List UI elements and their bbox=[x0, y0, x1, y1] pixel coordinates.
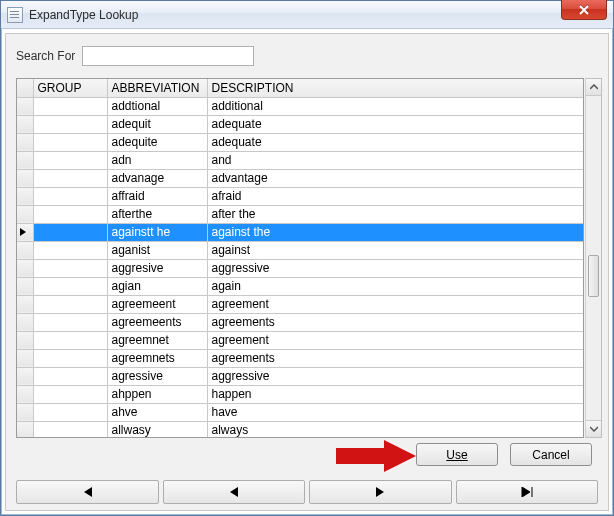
cell-group[interactable] bbox=[33, 97, 107, 115]
row-header[interactable] bbox=[17, 313, 33, 331]
cell-group[interactable] bbox=[33, 241, 107, 259]
row-header[interactable] bbox=[17, 241, 33, 259]
table-row[interactable]: agreemeentsagreements bbox=[17, 313, 583, 331]
cell-desc[interactable]: aggressive bbox=[207, 259, 583, 277]
cell-abbr[interactable]: adequite bbox=[107, 133, 207, 151]
row-header[interactable] bbox=[17, 331, 33, 349]
cell-group[interactable] bbox=[33, 169, 107, 187]
row-header[interactable] bbox=[17, 133, 33, 151]
row-header[interactable] bbox=[17, 97, 33, 115]
cell-abbr[interactable]: aganist bbox=[107, 241, 207, 259]
col-header-abbr[interactable]: ABBREVIATION bbox=[107, 79, 207, 97]
table-row[interactable]: aganistagainst bbox=[17, 241, 583, 259]
cell-desc[interactable]: always bbox=[207, 421, 583, 438]
row-header[interactable] bbox=[17, 223, 33, 241]
cell-abbr[interactable]: ahve bbox=[107, 403, 207, 421]
cell-abbr[interactable]: agressive bbox=[107, 367, 207, 385]
cell-group[interactable] bbox=[33, 295, 107, 313]
table-row[interactable]: adnand bbox=[17, 151, 583, 169]
cell-desc[interactable]: agreement bbox=[207, 295, 583, 313]
cell-desc[interactable]: after the bbox=[207, 205, 583, 223]
table-row[interactable]: agressiveaggressive bbox=[17, 367, 583, 385]
cancel-button[interactable]: Cancel bbox=[510, 443, 592, 466]
nav-prev-button[interactable] bbox=[163, 480, 306, 504]
table-row[interactable]: allwasyalways bbox=[17, 421, 583, 438]
table-row[interactable]: adequiteadequate bbox=[17, 133, 583, 151]
table-row[interactable]: agreemnetagreement bbox=[17, 331, 583, 349]
row-header[interactable] bbox=[17, 385, 33, 403]
cell-abbr[interactable]: aggresive bbox=[107, 259, 207, 277]
table-row[interactable]: agreemeentagreement bbox=[17, 295, 583, 313]
col-header-group[interactable]: GROUP bbox=[33, 79, 107, 97]
cell-desc[interactable]: against bbox=[207, 241, 583, 259]
table-row[interactable]: agianagain bbox=[17, 277, 583, 295]
cell-group[interactable] bbox=[33, 385, 107, 403]
cell-desc[interactable]: aggressive bbox=[207, 367, 583, 385]
nav-first-button[interactable] bbox=[16, 480, 159, 504]
cell-abbr[interactable]: againstt he bbox=[107, 223, 207, 241]
cell-desc[interactable]: against the bbox=[207, 223, 583, 241]
row-header[interactable] bbox=[17, 169, 33, 187]
nav-next-button[interactable] bbox=[309, 480, 452, 504]
search-input[interactable] bbox=[82, 46, 254, 66]
row-header[interactable] bbox=[17, 421, 33, 438]
cell-abbr[interactable]: addtional bbox=[107, 97, 207, 115]
cell-abbr[interactable]: advanage bbox=[107, 169, 207, 187]
cell-abbr[interactable]: agian bbox=[107, 277, 207, 295]
cell-group[interactable] bbox=[33, 205, 107, 223]
table-row[interactable]: ahvehave bbox=[17, 403, 583, 421]
row-header[interactable] bbox=[17, 367, 33, 385]
cell-desc[interactable]: have bbox=[207, 403, 583, 421]
cell-abbr[interactable]: affraid bbox=[107, 187, 207, 205]
cell-group[interactable] bbox=[33, 151, 107, 169]
scroll-down-button[interactable] bbox=[586, 420, 601, 437]
cell-desc[interactable]: adequate bbox=[207, 133, 583, 151]
cell-abbr[interactable]: agreemnets bbox=[107, 349, 207, 367]
row-header[interactable] bbox=[17, 295, 33, 313]
vertical-scrollbar[interactable] bbox=[585, 78, 602, 438]
table-row[interactable]: addtionaladditional bbox=[17, 97, 583, 115]
cell-group[interactable] bbox=[33, 313, 107, 331]
table-row[interactable]: ahppenhappen bbox=[17, 385, 583, 403]
cell-desc[interactable]: again bbox=[207, 277, 583, 295]
table-row[interactable]: aggresiveaggressive bbox=[17, 259, 583, 277]
table-row[interactable]: affraidafraid bbox=[17, 187, 583, 205]
cell-desc[interactable]: agreements bbox=[207, 313, 583, 331]
col-header-desc[interactable]: DESCRIPTION bbox=[207, 79, 583, 97]
cell-desc[interactable]: additional bbox=[207, 97, 583, 115]
close-button[interactable] bbox=[561, 0, 607, 20]
row-header[interactable] bbox=[17, 349, 33, 367]
cell-group[interactable] bbox=[33, 421, 107, 438]
cell-desc[interactable]: agreement bbox=[207, 331, 583, 349]
cell-group[interactable] bbox=[33, 223, 107, 241]
use-button[interactable]: Use bbox=[416, 443, 498, 466]
cell-desc[interactable]: happen bbox=[207, 385, 583, 403]
cell-abbr[interactable]: agreemnet bbox=[107, 331, 207, 349]
cell-group[interactable] bbox=[33, 187, 107, 205]
table-row[interactable]: advanageadvantage bbox=[17, 169, 583, 187]
row-header[interactable] bbox=[17, 205, 33, 223]
table-row[interactable]: adequitadequate bbox=[17, 115, 583, 133]
cell-abbr[interactable]: agreemeent bbox=[107, 295, 207, 313]
cell-group[interactable] bbox=[33, 349, 107, 367]
row-header[interactable] bbox=[17, 151, 33, 169]
row-header[interactable] bbox=[17, 403, 33, 421]
row-header[interactable] bbox=[17, 259, 33, 277]
data-grid[interactable]: GROUP ABBREVIATION DESCRIPTION addtional… bbox=[16, 78, 584, 438]
row-header[interactable] bbox=[17, 187, 33, 205]
cell-abbr[interactable]: ahppen bbox=[107, 385, 207, 403]
table-row[interactable]: aftertheafter the bbox=[17, 205, 583, 223]
cell-desc[interactable]: afraid bbox=[207, 187, 583, 205]
cell-abbr[interactable]: agreemeents bbox=[107, 313, 207, 331]
table-row[interactable]: againstt heagainst the bbox=[17, 223, 583, 241]
scroll-up-button[interactable] bbox=[586, 79, 601, 96]
table-row[interactable]: agreemnetsagreements bbox=[17, 349, 583, 367]
cell-abbr[interactable]: adequit bbox=[107, 115, 207, 133]
cell-desc[interactable]: and bbox=[207, 151, 583, 169]
cell-group[interactable] bbox=[33, 259, 107, 277]
cell-group[interactable] bbox=[33, 331, 107, 349]
row-header[interactable] bbox=[17, 277, 33, 295]
cell-group[interactable] bbox=[33, 277, 107, 295]
cell-group[interactable] bbox=[33, 115, 107, 133]
cell-desc[interactable]: agreements bbox=[207, 349, 583, 367]
